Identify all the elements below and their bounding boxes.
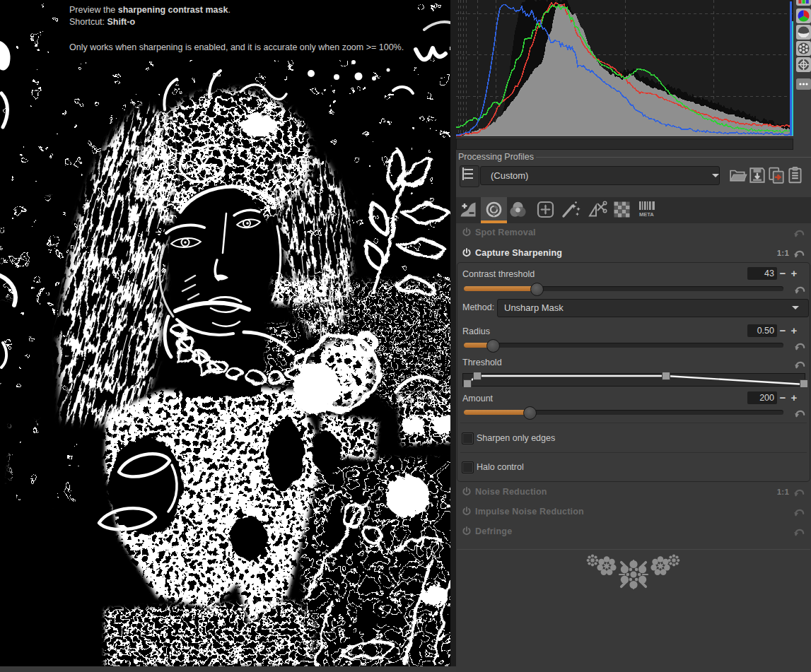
svg-text:META: META bbox=[639, 211, 654, 218]
